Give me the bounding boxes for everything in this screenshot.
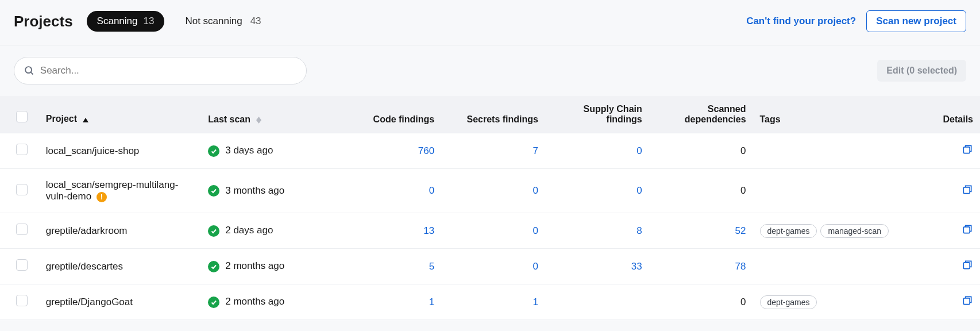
filter-not-scanning[interactable]: Not scanning 43 bbox=[175, 11, 271, 32]
header-tags: Tags bbox=[753, 96, 922, 133]
tag[interactable]: managed-scan bbox=[820, 224, 889, 238]
row-checkbox-cell bbox=[0, 284, 39, 320]
header-project[interactable]: Project bbox=[39, 96, 201, 133]
edit-selected-button[interactable]: Edit (0 selected) bbox=[877, 60, 966, 82]
findings-cell[interactable]: 1 bbox=[337, 284, 441, 320]
details-icon[interactable] bbox=[962, 147, 973, 157]
help-link[interactable]: Can't find your project? bbox=[746, 16, 856, 27]
project-name-cell[interactable]: greptile/descartes bbox=[39, 249, 201, 284]
sort-asc-icon bbox=[83, 114, 88, 124]
findings-cell[interactable]: 760 bbox=[337, 133, 441, 169]
row-checkbox[interactable] bbox=[16, 259, 28, 271]
findings-cell[interactable]: 7 bbox=[441, 133, 545, 169]
findings-cell[interactable]: 0 bbox=[441, 169, 545, 213]
findings-cell bbox=[545, 284, 649, 320]
findings-cell[interactable]: 13 bbox=[337, 213, 441, 249]
tags-cell bbox=[753, 169, 922, 213]
header-details: Details bbox=[921, 96, 980, 133]
findings-cell: 0 bbox=[649, 169, 753, 213]
row-checkbox[interactable] bbox=[16, 144, 28, 155]
tags-cell: dept-gamesmanaged-scan bbox=[753, 213, 922, 249]
header-supply-findings[interactable]: Supply Chain findings bbox=[545, 96, 649, 133]
findings-cell[interactable]: 33 bbox=[545, 249, 649, 284]
header-secrets-findings[interactable]: Secrets findings bbox=[441, 96, 545, 133]
svg-rect-6 bbox=[963, 298, 970, 305]
header-deps[interactable]: Scanned dependencies bbox=[649, 96, 753, 133]
findings-cell: 0 bbox=[649, 284, 753, 320]
tags-cell: dept-games bbox=[753, 284, 922, 320]
scan-new-project-button[interactable]: Scan new project bbox=[866, 10, 966, 32]
filter-scanning[interactable]: Scanning 13 bbox=[87, 11, 165, 32]
last-scan-cell: 3 months ago bbox=[201, 169, 337, 213]
details-cell bbox=[921, 249, 980, 284]
table-row: greptile/DjangoGoat 2 months ago 1 1 0 d… bbox=[0, 284, 980, 320]
svg-rect-4 bbox=[963, 227, 970, 233]
row-checkbox[interactable] bbox=[16, 184, 28, 195]
filter-not-scanning-count: 43 bbox=[250, 16, 261, 27]
search-icon bbox=[24, 65, 34, 76]
details-cell bbox=[921, 284, 980, 320]
status-ok-icon bbox=[208, 185, 219, 197]
findings-cell[interactable]: 78 bbox=[649, 249, 753, 284]
details-icon[interactable] bbox=[962, 226, 973, 237]
project-name-cell[interactable]: local_scan/semgrep-multilang-vuln-demo ! bbox=[39, 169, 201, 213]
header-checkbox-cell bbox=[0, 96, 39, 133]
findings-cell[interactable]: 0 bbox=[337, 169, 441, 213]
projects-table: Project Last scan Code findings Secrets … bbox=[0, 96, 980, 320]
toolbar: Edit (0 selected) bbox=[0, 45, 980, 96]
project-name-cell[interactable]: greptile/DjangoGoat bbox=[39, 284, 201, 320]
table-row: local_scan/semgrep-multilang-vuln-demo !… bbox=[0, 169, 980, 213]
details-cell bbox=[921, 133, 980, 169]
findings-cell[interactable]: 1 bbox=[441, 284, 545, 320]
project-name-cell[interactable]: local_scan/juice-shop bbox=[39, 133, 201, 169]
table-row: greptile/descartes 2 months ago 5 0 33 7… bbox=[0, 249, 980, 284]
details-icon[interactable] bbox=[962, 187, 973, 198]
filter-not-scanning-label: Not scanning bbox=[185, 16, 242, 27]
findings-cell[interactable]: 5 bbox=[337, 249, 441, 284]
page-header: Projects Scanning 13 Not scanning 43 Can… bbox=[0, 0, 980, 45]
tag[interactable]: dept-games bbox=[760, 224, 817, 238]
project-name-cell[interactable]: greptile/adarkroom bbox=[39, 213, 201, 249]
last-scan-cell: 2 months ago bbox=[201, 284, 337, 320]
tag[interactable]: dept-games bbox=[760, 295, 817, 309]
last-scan-cell: 2 days ago bbox=[201, 213, 337, 249]
status-ok-icon bbox=[208, 225, 219, 237]
tags-cell bbox=[753, 249, 922, 284]
tags-cell bbox=[753, 133, 922, 169]
search-wrap[interactable] bbox=[14, 57, 307, 84]
filter-scanning-count: 13 bbox=[144, 16, 155, 27]
svg-rect-5 bbox=[963, 263, 970, 269]
details-icon[interactable] bbox=[962, 298, 973, 309]
details-cell bbox=[921, 169, 980, 213]
header-code-findings[interactable]: Code findings bbox=[337, 96, 441, 133]
row-checkbox-cell bbox=[0, 249, 39, 284]
header-last-scan[interactable]: Last scan bbox=[201, 96, 337, 133]
findings-cell[interactable]: 0 bbox=[441, 213, 545, 249]
svg-rect-2 bbox=[963, 147, 970, 153]
findings-cell[interactable]: 0 bbox=[441, 249, 545, 284]
details-cell bbox=[921, 213, 980, 249]
status-ok-icon bbox=[208, 261, 219, 272]
search-input[interactable] bbox=[40, 65, 297, 76]
findings-cell: 0 bbox=[649, 133, 753, 169]
warning-icon: ! bbox=[97, 192, 107, 202]
select-all-checkbox[interactable] bbox=[16, 111, 28, 122]
row-checkbox-cell bbox=[0, 169, 39, 213]
last-scan-cell: 3 days ago bbox=[201, 133, 337, 169]
findings-cell[interactable]: 0 bbox=[545, 133, 649, 169]
last-scan-cell: 2 months ago bbox=[201, 249, 337, 284]
svg-rect-3 bbox=[963, 187, 970, 193]
status-ok-icon bbox=[208, 297, 219, 308]
details-icon[interactable] bbox=[962, 262, 973, 273]
row-checkbox[interactable] bbox=[16, 295, 28, 306]
findings-cell[interactable]: 0 bbox=[545, 169, 649, 213]
row-checkbox[interactable] bbox=[16, 224, 28, 235]
findings-cell[interactable]: 8 bbox=[545, 213, 649, 249]
svg-line-1 bbox=[31, 72, 33, 75]
sort-icon bbox=[256, 117, 261, 124]
page-title: Projects bbox=[14, 13, 73, 30]
findings-cell[interactable]: 52 bbox=[649, 213, 753, 249]
row-checkbox-cell bbox=[0, 213, 39, 249]
table-row: local_scan/juice-shop 3 days ago 760 7 0… bbox=[0, 133, 980, 169]
table-row: greptile/adarkroom 2 days ago 13 0 8 52 … bbox=[0, 213, 980, 249]
